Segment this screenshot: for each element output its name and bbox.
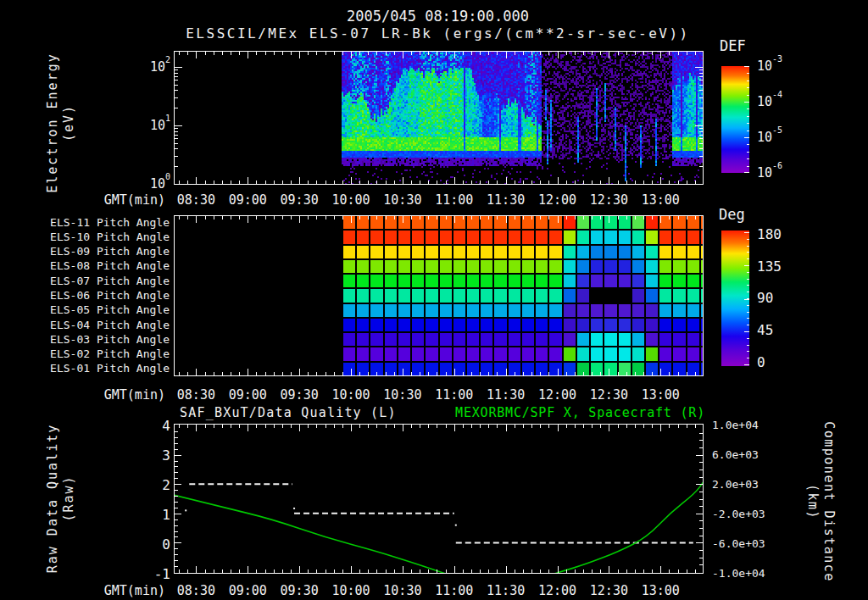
distance-ytick-label: 1.0e+04 xyxy=(712,419,759,431)
x-tick-label: 12:00 xyxy=(532,583,583,598)
spacecraft-right-series-title: MEXORBMC/SPF X, Spacecraft (R) xyxy=(441,405,705,420)
pitch-row-label: ELS-04 Pitch Angle xyxy=(34,319,170,331)
distance-axis-label: Component Distance (km) xyxy=(804,408,837,595)
def-scale-label: 10-4 xyxy=(757,93,782,109)
quality-axis-label: Raw Data Quality (Raw) xyxy=(45,405,77,592)
pitch-row-label: ELS-07 Pitch Angle xyxy=(34,275,170,287)
distance-ytick-label: 2.0e+03 xyxy=(712,478,759,491)
x-tick-label: 11:00 xyxy=(429,192,480,208)
def-scale-label: 10-3 xyxy=(757,58,782,74)
x-tick-label: 08:30 xyxy=(170,192,221,208)
quality-left-series-title: SAF_BXuT/Data Quality (L) xyxy=(180,405,397,420)
x-tick-label: 09:30 xyxy=(274,387,325,403)
quality-ytick-label: 3 xyxy=(127,447,170,464)
electron-energy-spectrogram xyxy=(174,51,704,185)
def-colorbar-title: DEF xyxy=(720,37,746,54)
x-tick-label: 11:00 xyxy=(429,583,480,598)
pitch-row-label: ELS-05 Pitch Angle xyxy=(34,303,170,316)
pitch-row-label: ELS-10 Pitch Angle xyxy=(34,231,170,243)
x-tick-label: 13:00 xyxy=(635,583,686,598)
def-scale-label: 10-5 xyxy=(757,129,782,145)
distance-ytick-label: -1.0e+04 xyxy=(712,567,765,580)
plot-title: 2005/045 08:19:00.000 xyxy=(0,8,868,25)
x-tick-label: 13:00 xyxy=(635,387,686,403)
x-tick-label: 09:30 xyxy=(274,583,325,598)
deg-scale-label: 45 xyxy=(757,322,773,338)
x-tick-label: 13:00 xyxy=(635,192,686,208)
deg-colorbar xyxy=(721,231,749,366)
quality-axis-label-unit: (Raw) xyxy=(61,405,77,592)
x-tick-label: 10:00 xyxy=(326,583,376,598)
pitch-row-label: ELS-02 Pitch Angle xyxy=(34,347,170,360)
x-tick-label: 10:00 xyxy=(326,387,376,403)
deg-scale-label: 90 xyxy=(757,290,773,306)
gmt-label: GMT(min) xyxy=(96,387,165,403)
x-tick-label: 08:30 xyxy=(170,583,221,598)
x-tick-label: 12:00 xyxy=(532,387,583,403)
energy-axis-label-unit: (eV) xyxy=(61,30,77,216)
energy-ytick-label: 102 xyxy=(119,58,170,75)
distance-ytick-label: -2.0e+03 xyxy=(712,508,765,520)
quality-distance-plot xyxy=(174,424,704,574)
x-tick-label: 10:00 xyxy=(326,192,376,208)
deg-colorbar-title: Deg xyxy=(719,206,745,223)
x-tick-label: 09:00 xyxy=(222,583,273,598)
x-tick-label: 12:00 xyxy=(532,192,583,208)
pitch-row-label: ELS-09 Pitch Angle xyxy=(34,245,170,258)
x-tick-label: 11:30 xyxy=(481,192,531,208)
x-tick-label: 11:30 xyxy=(481,387,531,403)
quality-ytick-label: 4 xyxy=(127,418,170,434)
quality-axis-label-text: Raw Data Quality xyxy=(45,405,61,592)
gmt-label: GMT(min) xyxy=(96,583,165,598)
quality-ytick-label: 0 xyxy=(127,536,170,553)
x-tick-label: 10:30 xyxy=(377,583,428,598)
x-tick-label: 10:30 xyxy=(377,192,428,208)
x-tick-label: 09:00 xyxy=(222,387,273,403)
quality-ytick-label: 1 xyxy=(127,507,170,523)
distance-ytick-label: -6.0e+03 xyxy=(712,537,765,550)
gmt-label: GMT(min) xyxy=(96,192,165,208)
x-tick-label: 10:30 xyxy=(377,387,428,403)
pitch-row-label: ELS-08 Pitch Angle xyxy=(34,259,170,272)
distance-axis-label-text: Component Distance xyxy=(821,408,837,595)
def-colorbar xyxy=(721,66,749,173)
quality-ytick-label: 2 xyxy=(127,477,170,493)
deg-scale-label: 135 xyxy=(757,258,782,275)
x-tick-label: 08:30 xyxy=(170,387,221,403)
distance-ytick-label: 6.0e+03 xyxy=(712,448,759,461)
x-tick-label: 11:30 xyxy=(481,583,531,598)
pitch-row-label: ELS-11 Pitch Angle xyxy=(34,216,170,229)
x-tick-label: 12:30 xyxy=(583,192,634,208)
energy-axis-label: Electron Energy (eV) xyxy=(45,30,77,216)
x-tick-label: 11:00 xyxy=(429,387,480,403)
def-scale-label: 10-6 xyxy=(757,164,782,181)
deg-scale-label: 0 xyxy=(757,354,765,370)
energy-axis-label-text: Electron Energy xyxy=(45,30,61,216)
x-tick-label: 12:30 xyxy=(583,387,634,403)
distance-axis-label-unit: (km) xyxy=(804,408,821,595)
pitch-angle-heatmap xyxy=(174,215,704,376)
pitch-row-label: ELS-03 Pitch Angle xyxy=(34,333,170,346)
quality-ytick-label: -1 xyxy=(127,566,170,582)
pitch-row-label: ELS-01 Pitch Angle xyxy=(34,362,170,375)
pitch-row-label: ELS-06 Pitch Angle xyxy=(34,289,170,302)
energy-ytick-label: 100 xyxy=(119,175,170,192)
x-tick-label: 09:30 xyxy=(274,192,325,208)
x-tick-label: 12:30 xyxy=(583,583,634,598)
energy-ytick-label: 101 xyxy=(119,117,170,133)
plot-background: 2005/045 08:19:00.000 ELSSCIL/MEx ELS-07… xyxy=(0,0,868,600)
deg-scale-label: 180 xyxy=(757,226,782,242)
x-tick-label: 09:00 xyxy=(222,192,273,208)
